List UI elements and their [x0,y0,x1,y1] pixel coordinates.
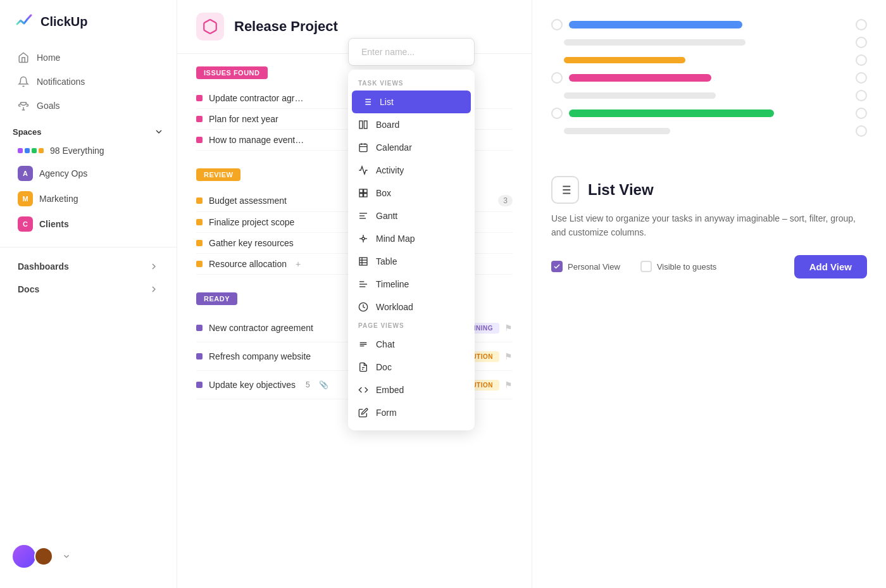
preview-circle [551,72,563,84]
task-label: Update contractor agr… [209,93,303,103]
task-count: 3 [498,195,513,206]
menu-item-box-label: Box [376,188,391,198]
svg-rect-0 [13,10,35,33]
menu-item-embed[interactable]: Embed [348,378,475,401]
menu-item-box[interactable]: Box [348,182,475,204]
visible-guests-label: Visible to guests [657,262,716,272]
sidebar-item-everything[interactable]: 98 Everything [5,141,172,161]
preview-circle [856,72,867,84]
personal-view-checkbox[interactable] [551,261,563,272]
doc-icon [358,362,368,372]
svg-rect-13 [359,144,367,152]
preview-bar [564,92,716,99]
add-view-button[interactable]: Add View [794,255,867,278]
task-label: How to manage event… [209,135,304,145]
task-views-label: TASK VIEWS [348,76,475,91]
task-label: Refresh company website [209,351,311,361]
workload-icon [358,302,368,312]
sidebar-item-notifications[interactable]: Notifications [5,70,172,94]
gantt-icon [358,211,368,221]
activity-icon [358,165,368,175]
menu-item-list-label: List [380,97,394,107]
task-label: Plan for next year [209,114,278,124]
flag-icon: ⚑ [504,351,513,361]
everything-icon [18,148,44,153]
chevron-down-icon [154,127,164,137]
user-menu[interactable] [0,535,177,578]
form-icon [358,408,368,418]
menu-item-timeline[interactable]: Timeline [348,273,475,296]
preview-bar [569,109,774,117]
menu-item-chat[interactable]: Chat [348,333,475,356]
list-view-title: List View [588,181,654,199]
page-views-label: PAGE VIEWS [348,318,475,333]
goals-label: Goals [37,101,60,111]
bell-icon [18,76,29,87]
preview-circle [856,125,867,137]
notifications-label: Notifications [37,77,85,87]
menu-item-chat-label: Chat [376,339,395,349]
menu-item-activity[interactable]: Activity [348,159,475,182]
menu-item-list[interactable]: List [352,91,471,113]
sidebar-item-clients[interactable]: C Clients [5,211,172,237]
preview-circle [856,37,867,48]
task-label: Finalize project scope [209,217,294,227]
visible-guests-check[interactable]: Visible to guests [640,261,716,272]
main-content: Release Project ISSUES FOUND Update cont… [177,0,532,588]
logo-icon [13,10,35,33]
view-name-input-field[interactable] [361,47,472,57]
menu-item-workload[interactable]: Workload [348,296,475,318]
menu-item-form[interactable]: Form [348,401,475,424]
personal-view-check[interactable]: Personal View [551,261,620,272]
logo-text: ClickUp [41,15,87,29]
user-avatar-secondary [34,547,53,566]
task-label: Update key objectives [209,380,296,390]
marketing-label: Marketing [39,194,78,204]
svg-rect-18 [364,189,367,192]
flag-icon: ⚑ [504,380,513,390]
logo[interactable]: ClickUp [0,10,177,46]
preview-bar [569,21,742,28]
embed-icon [358,385,368,395]
task-dot [196,219,203,225]
menu-item-mindmap[interactable]: Mind Map [348,227,475,250]
task-dot [196,240,203,246]
menu-item-activity-label: Activity [376,165,404,175]
menu-item-board[interactable]: Board [348,113,475,136]
task-dot [196,325,203,331]
menu-item-calendar-label: Calendar [376,142,412,153]
list-view-description: Use List view to organize your tasks in … [551,211,867,240]
sidebar-item-agency-ops[interactable]: A Agency Ops [5,161,172,186]
visible-guests-checkbox[interactable] [640,261,652,272]
user-avatar-primary [13,545,35,568]
sidebar-item-home[interactable]: Home [5,46,172,70]
project-title: Release Project [234,18,338,35]
task-dot [196,116,203,122]
menu-item-table[interactable]: Table [348,250,475,273]
menu-item-doc[interactable]: Doc [348,356,475,378]
chevron-down-user-icon [62,552,71,561]
sidebar-item-marketing[interactable]: M Marketing [5,186,172,211]
view-name-input-box[interactable] [348,38,475,66]
marketing-avatar: M [18,191,33,206]
chevron-right-icon-docs [149,284,159,294]
svg-rect-19 [359,194,363,197]
sidebar-item-dashboards[interactable]: Dashboards [5,255,172,278]
timeline-icon [358,279,368,289]
preview-circle [856,19,867,30]
board-icon [358,120,368,130]
view-options-row: Personal View Visible to guests Add View [551,255,867,278]
menu-item-gantt[interactable]: Gantt [348,204,475,227]
task-dot [196,95,203,101]
calendar-icon-menu [358,142,368,153]
task-label: Budget assessment [209,196,287,206]
sidebar-item-goals[interactable]: Goals [5,94,172,118]
menu-item-calendar[interactable]: Calendar [348,136,475,159]
task-label: New contractor agreement [209,323,313,333]
preview-bar [564,39,746,46]
sidebar-item-docs[interactable]: Docs [5,278,172,301]
agency-ops-label: Agency Ops [39,168,87,178]
list-view-title-row: List View [551,176,867,204]
preview-circle [856,54,867,66]
menu-item-table-label: Table [376,256,397,266]
